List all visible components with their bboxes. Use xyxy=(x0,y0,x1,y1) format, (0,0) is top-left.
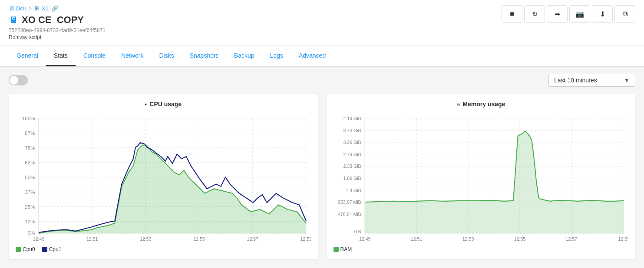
cpu0-label: Cpu0 xyxy=(23,246,35,252)
breadcrumb-x1[interactable]: 🖹 X1 xyxy=(34,5,49,12)
memory-chart: ≡ Memory usage 4.19 GiB 3.73 GiB 3.26 Gi… xyxy=(327,94,636,259)
tab-console[interactable]: Console xyxy=(76,46,113,66)
svg-text:100%: 100% xyxy=(22,115,35,121)
vm-uuid: 752280ea-4994-8733-4ad9-31eef64f5b71 xyxy=(9,27,106,33)
header-left: 🖥 Dell > 🖹 X1 🔗 🖥 XO CE_COPY 752280ea-49… xyxy=(9,5,106,40)
cpu-chart-title: ▪ CPU usage xyxy=(16,101,311,108)
chevron-down-icon: ▼ xyxy=(624,77,630,84)
tab-logs[interactable]: Logs xyxy=(262,46,291,66)
memory-chart-svg: 4.19 GiB 3.73 GiB 3.26 GiB 2.79 GiB 2.33… xyxy=(334,113,629,242)
svg-text:62%: 62% xyxy=(25,160,35,165)
toggle-control xyxy=(9,75,28,85)
svg-text:4.19 GiB: 4.19 GiB xyxy=(343,116,361,121)
svg-text:2.33 GiB: 2.33 GiB xyxy=(343,163,361,169)
svg-text:2.79 GiB: 2.79 GiB xyxy=(343,152,361,157)
memory-icon: ≡ xyxy=(456,101,460,108)
svg-text:25%: 25% xyxy=(25,204,35,209)
tabs: General Stats Console Network Disks Snap… xyxy=(0,46,644,67)
svg-text:AM: AM xyxy=(620,241,627,242)
svg-text:AM: AM xyxy=(516,241,523,242)
top-controls: Last 10 minutes ▼ xyxy=(9,74,635,87)
svg-text:3.26 GiB: 3.26 GiB xyxy=(343,140,361,145)
cpu-chart-area: 100% 87% 75% 62% 50% 37% 25% 12% 0% xyxy=(16,113,311,243)
copy-button[interactable]: ⧉ xyxy=(614,5,635,23)
breadcrumb-icon: 🔗 xyxy=(51,5,58,12)
svg-text:AM: AM xyxy=(303,241,310,242)
toggle-switch[interactable] xyxy=(9,75,28,85)
vm-script: Ronivay script xyxy=(9,34,106,40)
tab-general[interactable]: General xyxy=(9,46,46,66)
charts-row: ▪ CPU usage 100% 87% 75% 62% 50% 37% 25%… xyxy=(9,94,635,259)
svg-text:12%: 12% xyxy=(25,219,35,224)
ram-color xyxy=(334,247,339,252)
tab-disks[interactable]: Disks xyxy=(151,46,182,66)
breadcrumb-sep1: > xyxy=(28,5,32,12)
cpu-chart: ▪ CPU usage 100% 87% 75% 62% 50% 37% 25%… xyxy=(9,94,318,259)
svg-text:953.67 MiB: 953.67 MiB xyxy=(338,199,361,205)
cpu1-label: Cpu1 xyxy=(49,246,62,252)
tab-stats[interactable]: Stats xyxy=(46,46,76,66)
tab-snapshots[interactable]: Snapshots xyxy=(182,46,226,66)
stop-button[interactable]: ■ xyxy=(502,5,522,23)
tab-network[interactable]: Network xyxy=(113,46,151,66)
svg-marker-24 xyxy=(39,145,306,233)
svg-text:AM: AM xyxy=(35,241,42,242)
memory-chart-area: 4.19 GiB 3.73 GiB 3.26 GiB 2.79 GiB 2.33… xyxy=(334,113,629,243)
breadcrumb-dell[interactable]: 🖥 Dell xyxy=(9,5,26,12)
time-select[interactable]: Last 10 minutes ▼ xyxy=(548,74,635,87)
memory-legend: RAM xyxy=(334,246,629,252)
snapshot-button[interactable]: 📷 xyxy=(569,5,590,23)
time-select-label: Last 10 minutes xyxy=(554,77,597,84)
tab-backup[interactable]: Backup xyxy=(226,46,262,66)
forward-button[interactable]: ➦ xyxy=(547,5,568,23)
cpu1-legend-item: Cpu1 xyxy=(42,246,62,252)
cpu-chart-svg: 100% 87% 75% 62% 50% 37% 25% 12% 0% xyxy=(16,113,311,242)
svg-text:AM: AM xyxy=(465,241,472,242)
ram-legend-item: RAM xyxy=(334,246,352,252)
cpu1-color xyxy=(42,247,47,252)
svg-text:50%: 50% xyxy=(25,174,35,180)
toolbar: ■ ↻ ➦ 📷 ⬇ ⧉ xyxy=(502,5,635,23)
svg-text:87%: 87% xyxy=(25,130,35,136)
svg-text:3.73 GiB: 3.73 GiB xyxy=(343,128,361,133)
cpu0-color xyxy=(16,247,21,252)
svg-text:1.4 GiB: 1.4 GiB xyxy=(346,188,361,193)
cpu-legend: Cpu0 Cpu1 xyxy=(16,246,311,252)
svg-text:AM: AM xyxy=(361,241,368,242)
vm-title: 🖥 XO CE_COPY xyxy=(9,14,106,26)
header: 🖥 Dell > 🖹 X1 🔗 🖥 XO CE_COPY 752280ea-49… xyxy=(0,0,644,46)
stats-content: Last 10 minutes ▼ ▪ CPU usage 100% 87% 7… xyxy=(0,67,644,266)
svg-text:0%: 0% xyxy=(28,230,35,235)
cpu0-legend-item: Cpu0 xyxy=(16,246,35,252)
download-button[interactable]: ⬇ xyxy=(592,5,613,23)
svg-text:AM: AM xyxy=(142,241,149,242)
svg-text:476.84 MiB: 476.84 MiB xyxy=(338,212,361,217)
svg-text:AM: AM xyxy=(89,241,96,242)
svg-text:37%: 37% xyxy=(25,189,35,195)
vm-name: XO CE_COPY xyxy=(22,14,84,26)
svg-text:AM: AM xyxy=(568,241,575,242)
breadcrumb: 🖥 Dell > 🖹 X1 🔗 xyxy=(9,5,106,12)
ram-label: RAM xyxy=(340,246,352,252)
svg-text:AM: AM xyxy=(249,241,256,242)
refresh-button[interactable]: ↻ xyxy=(524,5,545,23)
memory-chart-title: ≡ Memory usage xyxy=(334,101,629,108)
tab-advanced[interactable]: Advanced xyxy=(291,46,334,66)
svg-text:1.86 GiB: 1.86 GiB xyxy=(343,176,361,181)
svg-text:AM: AM xyxy=(196,241,203,242)
svg-text:0 B: 0 B xyxy=(354,229,361,234)
cpu-icon: ▪ xyxy=(145,101,147,108)
svg-text:AM: AM xyxy=(413,241,420,242)
svg-text:75%: 75% xyxy=(25,145,35,150)
vm-icon: 🖥 xyxy=(9,15,17,25)
svg-marker-63 xyxy=(365,131,624,233)
